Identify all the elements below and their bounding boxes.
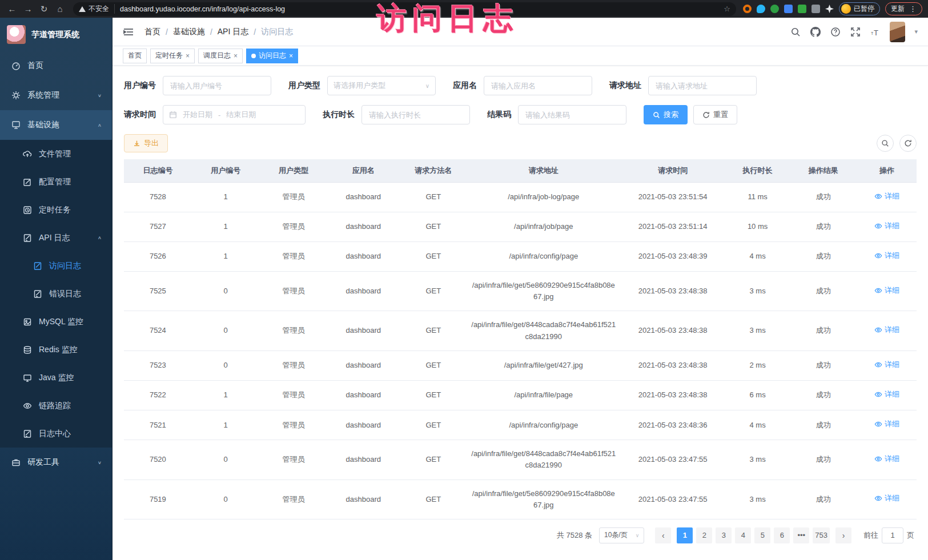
- duration-input[interactable]: [361, 105, 470, 124]
- sidebar-item-mysql-monitor[interactable]: MySQL 监控: [0, 308, 112, 336]
- sidebar-item-scheduled-jobs[interactable]: 定时任务: [0, 196, 112, 224]
- font-size-icon[interactable]: TT: [870, 26, 881, 37]
- browser-menu-icon[interactable]: ⋮: [909, 5, 917, 13]
- col-method: 请求方法名: [399, 159, 467, 182]
- sidebar-item-error-log[interactable]: 错误日志: [0, 280, 112, 308]
- page-button-3[interactable]: 3: [716, 527, 732, 543]
- user-avatar[interactable]: [890, 22, 905, 42]
- cell-user-id: 0: [192, 350, 260, 380]
- sidebar-item-redis-monitor[interactable]: Redis 监控: [0, 336, 112, 364]
- docs-question-icon[interactable]: [830, 26, 841, 37]
- sidebar-item-home[interactable]: 首页: [0, 51, 112, 80]
- close-icon[interactable]: ×: [234, 53, 238, 59]
- chevron-down-icon: ∨: [98, 460, 102, 465]
- sidebar-item-dev-tools[interactable]: 研发工具 ∨: [0, 448, 112, 477]
- page-button-6[interactable]: 6: [774, 527, 790, 543]
- address-bar[interactable]: 不安全 dashboard.yudao.iocoder.cn/infra/log…: [73, 2, 736, 16]
- extension-icon-5[interactable]: [798, 5, 806, 13]
- tag-home[interactable]: 首页: [123, 49, 147, 63]
- extension-icon-2[interactable]: [757, 5, 765, 13]
- cell-method: GET: [399, 311, 467, 350]
- close-icon[interactable]: ×: [186, 53, 190, 59]
- cell-duration: 3 ms: [726, 311, 789, 350]
- page-button-2[interactable]: 2: [696, 527, 712, 543]
- cell-result: 成功: [789, 350, 857, 380]
- detail-link[interactable]: 详细: [874, 220, 899, 232]
- page-button-753[interactable]: 753: [813, 527, 830, 543]
- sidebar-item-log-center[interactable]: 日志中心: [0, 420, 112, 448]
- table-row: 7528 1 管理员 dashboard GET /api/infra/job-…: [124, 182, 917, 212]
- detail-link[interactable]: 详细: [874, 389, 899, 400]
- update-button[interactable]: 更新 ⋮: [885, 2, 922, 15]
- user-id-input[interactable]: [163, 76, 271, 95]
- fullscreen-icon[interactable]: [850, 26, 861, 37]
- sidebar-item-system-mgmt[interactable]: 系统管理 ∨: [0, 80, 112, 110]
- pagination: 共 7528 条 10条/页 ∨ ‹ 123456•••753 › 前往 页: [124, 527, 914, 543]
- extension-icon-6[interactable]: [812, 5, 820, 13]
- sidebar-item-file-mgmt[interactable]: 文件管理: [0, 140, 112, 168]
- detail-link[interactable]: 详细: [874, 191, 899, 202]
- detail-link[interactable]: 详细: [874, 453, 899, 465]
- browser-forward-icon[interactable]: →: [22, 3, 34, 15]
- tag-schedule-log[interactable]: 调度日志 ×: [198, 49, 243, 63]
- breadcrumb: 首页 / 基础设施 / API 日志 / 访问日志: [144, 27, 293, 37]
- page-button-4[interactable]: 4: [735, 527, 751, 543]
- page-button-5[interactable]: 5: [754, 527, 770, 543]
- browser-home-icon[interactable]: ⌂: [54, 3, 66, 15]
- cloud-upload-icon: [23, 150, 32, 159]
- user-type-select[interactable]: 请选择用户类型 ∨: [327, 76, 436, 95]
- cell-app-name: dashboard: [327, 182, 399, 212]
- security-chip[interactable]: 不安全: [79, 4, 115, 14]
- sidebar-item-api-log[interactable]: API 日志 ∧: [0, 224, 112, 252]
- close-icon[interactable]: ×: [289, 53, 293, 59]
- page-ellipsis-button[interactable]: •••: [793, 527, 809, 543]
- sidebar-item-java-monitor[interactable]: Java 监控: [0, 364, 112, 392]
- caret-down-icon[interactable]: ▾: [914, 28, 918, 35]
- extension-icon-7[interactable]: [825, 5, 834, 13]
- sidebar-item-link-trace[interactable]: 链路追踪: [0, 392, 112, 420]
- result-code-input[interactable]: [518, 105, 626, 124]
- refresh-table-button[interactable]: [899, 135, 917, 152]
- sidebar-item-config-mgmt[interactable]: 配置管理: [0, 168, 112, 196]
- prev-page-button[interactable]: ‹: [655, 527, 671, 543]
- extension-icon-3[interactable]: [770, 5, 779, 13]
- detail-link[interactable]: 详细: [874, 250, 899, 261]
- next-page-button[interactable]: ›: [835, 527, 851, 543]
- toggle-search-button[interactable]: [877, 135, 894, 152]
- tag-access-log[interactable]: 访问日志 ×: [246, 49, 298, 63]
- detail-link[interactable]: 详细: [874, 285, 899, 296]
- detail-link[interactable]: 详细: [874, 324, 899, 336]
- cell-action: 详细: [857, 182, 917, 212]
- browser-reload-icon[interactable]: ↻: [38, 3, 50, 15]
- breadcrumb-api-log[interactable]: API 日志: [218, 27, 248, 37]
- sidebar-item-access-log[interactable]: 访问日志: [0, 252, 112, 280]
- breadcrumb-infrastructure[interactable]: 基础设施: [173, 27, 205, 37]
- search-button[interactable]: 搜索: [644, 105, 688, 124]
- collapse-sidebar-icon[interactable]: [123, 26, 134, 38]
- cell-duration: 4 ms: [726, 241, 789, 271]
- sidebar-item-infrastructure[interactable]: 基础设施 ∧: [0, 110, 112, 140]
- page-button-1[interactable]: 1: [677, 527, 693, 543]
- reset-button[interactable]: 重置: [693, 105, 737, 124]
- chevron-down-icon: ∨: [636, 533, 640, 538]
- export-button[interactable]: 导出: [124, 134, 168, 152]
- paused-badge[interactable]: 已暂停: [839, 2, 880, 15]
- browser-back-icon[interactable]: ←: [6, 3, 18, 15]
- search-icon[interactable]: [790, 26, 801, 37]
- request-url-input[interactable]: [648, 76, 757, 95]
- request-time-range-picker[interactable]: 开始日期 - 结束日期: [163, 105, 306, 124]
- app-name-input[interactable]: [484, 76, 592, 95]
- detail-link[interactable]: 详细: [874, 493, 899, 504]
- breadcrumb-home[interactable]: 首页: [144, 27, 160, 37]
- github-icon[interactable]: [810, 26, 821, 37]
- goto-page-input[interactable]: [882, 527, 903, 543]
- detail-link[interactable]: 详细: [874, 359, 899, 370]
- extension-icon-1[interactable]: [743, 5, 752, 13]
- page-size-select[interactable]: 10条/页 ∨: [599, 527, 644, 543]
- detail-link[interactable]: 详细: [874, 418, 899, 430]
- eye-icon: [874, 390, 882, 398]
- col-user-type: 用户类型: [260, 159, 328, 182]
- extension-icon-4[interactable]: [784, 5, 793, 13]
- tag-scheduled-jobs[interactable]: 定时任务 ×: [150, 49, 195, 63]
- bookmark-star-icon[interactable]: ☆: [724, 5, 730, 13]
